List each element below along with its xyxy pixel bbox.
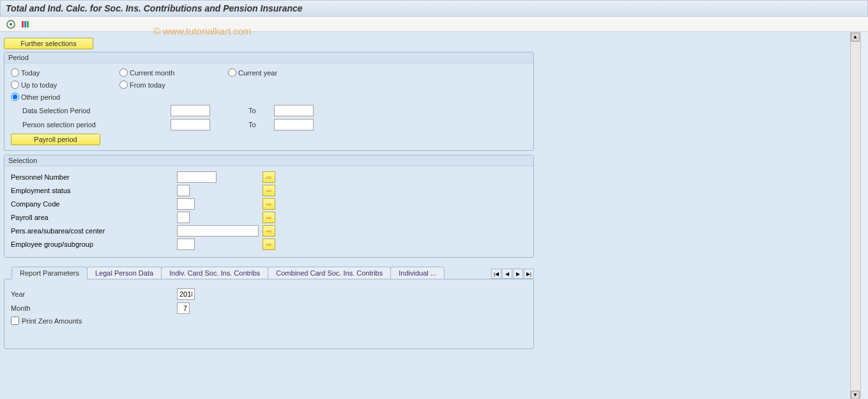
selection-input[interactable] — [177, 239, 195, 250]
svg-rect-3 — [24, 21, 26, 27]
main-content: Further selections Period Today Current … — [0, 32, 850, 399]
selection-label: Payroll area — [11, 214, 177, 221]
tab[interactable]: Combined Card Soc. Ins. Contribs — [268, 267, 391, 279]
vertical-scrollbar[interactable]: ▲ ▼ — [850, 32, 860, 399]
month-label: Month — [11, 304, 177, 312]
data-selection-to-input[interactable] — [274, 105, 314, 116]
payroll-period-button[interactable]: Payroll period — [11, 134, 100, 145]
radio-from-today[interactable]: From today — [119, 81, 228, 89]
person-selection-to-input[interactable] — [274, 119, 314, 130]
selection-row: Payroll area⇨ — [11, 212, 527, 223]
tab-prev-icon[interactable]: ◀ — [502, 269, 512, 279]
person-selection-from-input[interactable] — [171, 119, 210, 130]
data-selection-label: Data Selection Period — [11, 107, 171, 114]
selection-label: Pers.area/subarea/cost center — [11, 227, 177, 235]
selection-label: Company Code — [11, 200, 177, 208]
selection-input[interactable] — [177, 225, 259, 237]
tab[interactable]: Indiv. Card Soc. Ins. Contribs — [161, 267, 268, 279]
to-label-2: To — [248, 121, 274, 129]
tab[interactable]: Legal Person Data — [87, 267, 162, 279]
tab-strip: Report ParametersLegal Person DataIndiv.… — [4, 267, 534, 279]
execute-icon[interactable] — [5, 19, 17, 30]
tab-last-icon[interactable]: ▶| — [524, 269, 534, 279]
tab[interactable]: Report Parameters — [11, 267, 88, 279]
multiple-selection-icon[interactable]: ⇨ — [263, 239, 275, 250]
selection-title: Selection — [4, 155, 533, 166]
selection-label: Employment status — [11, 187, 177, 194]
selection-label: Personnel Number — [11, 173, 177, 181]
multiple-selection-icon[interactable]: ⇨ — [263, 225, 275, 237]
selection-input[interactable] — [177, 185, 190, 196]
variant-icon[interactable] — [19, 19, 31, 30]
scroll-down-icon[interactable]: ▼ — [851, 391, 860, 399]
tab-content-report-params: Year Month Print Zero Amounts — [4, 279, 534, 349]
selection-row: Pers.area/subarea/cost center⇨ — [11, 225, 527, 237]
radio-other-period[interactable]: Other period — [11, 93, 119, 101]
multiple-selection-icon[interactable]: ⇨ — [263, 212, 275, 223]
radio-current-month[interactable]: Current month — [119, 68, 228, 77]
tab-first-icon[interactable]: |◀ — [491, 269, 501, 279]
radio-current-year[interactable]: Current year — [228, 68, 337, 77]
person-selection-label: Person selection period — [11, 121, 171, 129]
tab-next-icon[interactable]: ▶ — [513, 269, 523, 279]
print-zero-checkbox[interactable]: Print Zero Amounts — [11, 317, 527, 325]
multiple-selection-icon[interactable]: ⇨ — [263, 171, 275, 183]
radio-up-to-today[interactable]: Up to today — [11, 81, 119, 89]
toolbar — [0, 17, 868, 32]
month-input[interactable] — [177, 302, 190, 314]
to-label-1: To — [248, 107, 274, 114]
selection-group: Selection Personnel Number⇨Employment st… — [4, 155, 534, 258]
selection-row: Company Code⇨ — [11, 198, 527, 210]
selection-input[interactable] — [177, 171, 217, 183]
year-input[interactable] — [177, 288, 195, 300]
selection-row: Employee group/subgroup⇨ — [11, 239, 527, 250]
tab[interactable]: Individual ... — [390, 267, 445, 279]
scroll-up-icon[interactable]: ▲ — [851, 33, 860, 42]
year-label: Year — [11, 290, 177, 298]
radio-today[interactable]: Today — [11, 68, 119, 77]
selection-label: Employee group/subgroup — [11, 240, 177, 248]
svg-point-1 — [10, 23, 12, 26]
data-selection-from-input[interactable] — [171, 105, 210, 116]
selection-input[interactable] — [177, 198, 195, 210]
svg-rect-2 — [22, 21, 24, 27]
period-title: Period — [4, 52, 533, 63]
selection-row: Personnel Number⇨ — [11, 171, 527, 183]
further-selections-button[interactable]: Further selections — [4, 38, 93, 49]
page-title: Total and Ind. Calc. for Soc. Ins. Contr… — [0, 0, 868, 17]
multiple-selection-icon[interactable]: ⇨ — [263, 198, 275, 210]
multiple-selection-icon[interactable]: ⇨ — [263, 185, 275, 196]
side-gutter — [860, 32, 868, 399]
period-group: Period Today Current month Current year … — [4, 52, 534, 151]
selection-row: Employment status⇨ — [11, 185, 527, 196]
svg-rect-4 — [27, 21, 29, 27]
selection-input[interactable] — [177, 212, 190, 223]
